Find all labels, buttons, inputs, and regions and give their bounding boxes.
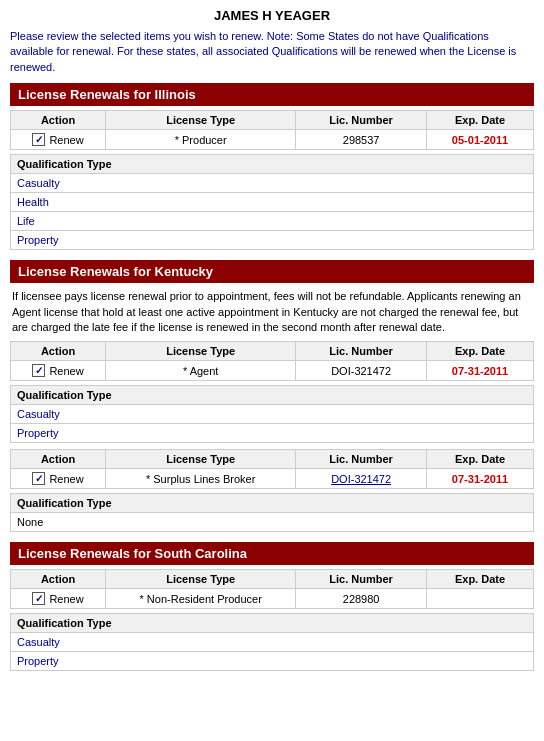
action-cell: Renew	[11, 361, 106, 381]
section-header-illinois: License Renewals for Illinois	[10, 83, 534, 106]
qual-name: Health	[11, 193, 534, 212]
renew-label: Renew	[49, 593, 83, 605]
section-header-kentucky: License Renewals for Kentucky	[10, 260, 534, 283]
table-row: Renew* Producer29853705-01-2011	[11, 130, 534, 150]
license-table-kentucky-0: ActionLicense TypeLic. NumberExp. DateRe…	[10, 341, 534, 381]
col-header-license-type: License Type	[106, 342, 296, 361]
license-table-south-carolina-0: ActionLicense TypeLic. NumberExp. DateRe…	[10, 569, 534, 609]
license-table-kentucky-1: ActionLicense TypeLic. NumberExp. DateRe…	[10, 449, 534, 489]
qual-row: Casualty	[11, 174, 534, 193]
section-illinois: License Renewals for IllinoisActionLicen…	[10, 83, 534, 250]
qual-row: Property	[11, 424, 534, 443]
qual-row: Property	[11, 231, 534, 250]
renew-label: Renew	[49, 365, 83, 377]
qual-name: Property	[11, 652, 534, 671]
exp-date-cell: 05-01-2011	[427, 130, 534, 150]
action-cell: Renew	[11, 130, 106, 150]
col-header-action: Action	[11, 570, 106, 589]
section-south-carolina: License Renewals for South CarolinaActio…	[10, 542, 534, 671]
page-title: JAMES H YEAGER	[10, 8, 534, 23]
col-header-exp.-date: Exp. Date	[427, 111, 534, 130]
qual-table-south-carolina-0: Qualification TypeCasualtyProperty	[10, 613, 534, 671]
table-row: Renew* Non-Resident Producer228980	[11, 589, 534, 609]
section-info-kentucky: If licensee pays license renewal prior t…	[12, 289, 532, 335]
col-header-action: Action	[11, 342, 106, 361]
section-kentucky: License Renewals for KentuckyIf licensee…	[10, 260, 534, 532]
section-header-south-carolina: License Renewals for South Carolina	[10, 542, 534, 565]
qual-row: Life	[11, 212, 534, 231]
col-header-lic.-number: Lic. Number	[296, 111, 427, 130]
qual-row: None	[11, 513, 534, 532]
qual-name: Casualty	[11, 633, 534, 652]
col-header-exp.-date: Exp. Date	[427, 450, 534, 469]
qual-row: Casualty	[11, 633, 534, 652]
qual-name: Property	[11, 424, 534, 443]
qual-name: Life	[11, 212, 534, 231]
license-type-cell: * Surplus Lines Broker	[106, 469, 296, 489]
lic-number-cell: DOI-321472	[296, 361, 427, 381]
license-type-cell: * Non-Resident Producer	[106, 589, 296, 609]
lic-number-cell[interactable]: DOI-321472	[296, 469, 427, 489]
exp-date-cell	[427, 589, 534, 609]
qual-row: Property	[11, 652, 534, 671]
lic-number-cell: 228980	[296, 589, 427, 609]
renew-label: Renew	[49, 134, 83, 146]
license-type-cell: * Agent	[106, 361, 296, 381]
qual-type-header: Qualification Type	[11, 614, 534, 633]
col-header-license-type: License Type	[106, 450, 296, 469]
lic-number-cell: 298537	[296, 130, 427, 150]
renew-checkbox[interactable]	[32, 472, 45, 485]
qual-table-illinois-0: Qualification TypeCasualtyHealthLifeProp…	[10, 154, 534, 250]
page-container: JAMES H YEAGER Please review the selecte…	[0, 0, 544, 689]
qual-table-kentucky-1: Qualification TypeNone	[10, 493, 534, 532]
col-header-license-type: License Type	[106, 570, 296, 589]
col-header-license-type: License Type	[106, 111, 296, 130]
license-type-cell: * Producer	[106, 130, 296, 150]
qual-name: Casualty	[11, 174, 534, 193]
qual-name: Casualty	[11, 405, 534, 424]
exp-date-cell: 07-31-2011	[427, 361, 534, 381]
renew-label: Renew	[49, 473, 83, 485]
col-header-exp.-date: Exp. Date	[427, 570, 534, 589]
qual-table-kentucky-0: Qualification TypeCasualtyProperty	[10, 385, 534, 443]
renew-checkbox[interactable]	[32, 592, 45, 605]
col-header-lic.-number: Lic. Number	[296, 342, 427, 361]
renew-checkbox[interactable]	[32, 133, 45, 146]
table-row: Renew* AgentDOI-32147207-31-2011	[11, 361, 534, 381]
qual-type-header: Qualification Type	[11, 494, 534, 513]
col-header-lic.-number: Lic. Number	[296, 450, 427, 469]
table-row: Renew* Surplus Lines BrokerDOI-32147207-…	[11, 469, 534, 489]
col-header-lic.-number: Lic. Number	[296, 570, 427, 589]
qual-type-header: Qualification Type	[11, 386, 534, 405]
qual-name: Property	[11, 231, 534, 250]
qual-name: None	[11, 513, 534, 532]
license-table-illinois-0: ActionLicense TypeLic. NumberExp. DateRe…	[10, 110, 534, 150]
notice-text: Please review the selected items you wis…	[10, 29, 534, 75]
renew-checkbox[interactable]	[32, 364, 45, 377]
exp-date-cell: 07-31-2011	[427, 469, 534, 489]
col-header-action: Action	[11, 450, 106, 469]
action-cell: Renew	[11, 589, 106, 609]
col-header-exp.-date: Exp. Date	[427, 342, 534, 361]
col-header-action: Action	[11, 111, 106, 130]
sections-container: License Renewals for IllinoisActionLicen…	[10, 83, 534, 671]
qual-row: Casualty	[11, 405, 534, 424]
action-cell: Renew	[11, 469, 106, 489]
qual-row: Health	[11, 193, 534, 212]
qual-type-header: Qualification Type	[11, 155, 534, 174]
